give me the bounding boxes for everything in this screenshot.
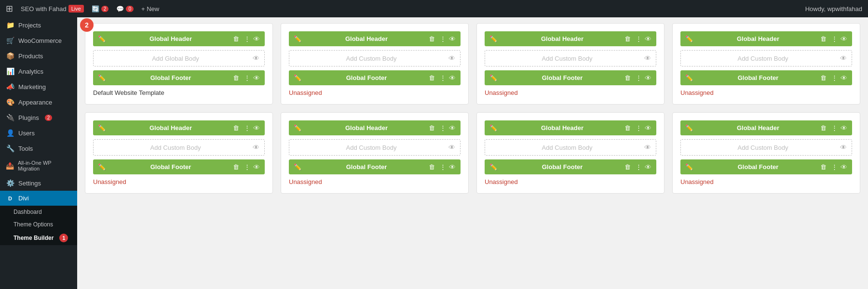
body-eye-5[interactable]: 👁 — [253, 144, 259, 151]
header-eye-2[interactable]: 👁 — [449, 35, 456, 43]
submenu-theme-builder[interactable]: Theme Builder 1 — [0, 231, 77, 245]
sidebar-item-appearance[interactable]: 🎨 Appearance — [0, 94, 77, 110]
body-row-1[interactable]: Add Global Body 👁 — [93, 50, 265, 66]
new-content-item[interactable]: + New — [141, 5, 159, 13]
footer-more-btn-3[interactable]: ⋮ — [635, 73, 643, 82]
sidebar-item-settings[interactable]: ⚙️ Settings — [0, 175, 77, 191]
footer-more-btn-7[interactable]: ⋮ — [635, 162, 643, 171]
sidebar-item-analytics[interactable]: 📊 Analytics — [0, 64, 77, 79]
footer-pencil-icon-2[interactable]: ✏️ — [294, 74, 301, 81]
footer-pencil-icon-5[interactable]: ✏️ — [98, 163, 106, 171]
header-eye-3[interactable]: 👁 — [645, 35, 651, 43]
pencil-icon-7[interactable]: ✏️ — [489, 124, 497, 131]
sidebar-item-allinone[interactable]: 📤 All-in-One WP Migration — [0, 156, 77, 175]
footer-pencil-icon-6[interactable]: ✏️ — [294, 163, 301, 171]
footer-more-btn-5[interactable]: ⋮ — [243, 162, 251, 171]
body-row-6[interactable]: Add Custom Body 👁 — [289, 139, 461, 156]
body-row-5[interactable]: Add Custom Body 👁 — [93, 139, 265, 156]
submenu-theme-options[interactable]: Theme Options — [0, 218, 77, 231]
header-more-btn-4[interactable]: ⋮ — [830, 34, 839, 43]
footer-trash-btn-3[interactable]: 🗑 — [624, 73, 632, 82]
header-more-btn-2[interactable]: ⋮ — [439, 34, 447, 43]
footer-more-btn-1[interactable]: ⋮ — [243, 73, 251, 82]
pencil-icon[interactable]: ✏️ — [98, 35, 106, 42]
site-name[interactable]: SEO with Fahad Live — [21, 5, 84, 13]
pencil-icon-8[interactable]: ✏️ — [685, 124, 693, 131]
header-eye-8[interactable]: 👁 — [841, 124, 847, 132]
header-trash-btn-6[interactable]: 🗑 — [428, 123, 436, 132]
pencil-icon-4[interactable]: ✏️ — [685, 35, 693, 42]
wp-logo[interactable]: ⊞ — [6, 3, 13, 14]
updates-item[interactable]: 🔄 2 — [92, 5, 109, 13]
sidebar-item-projects[interactable]: 📁 Projects — [0, 17, 77, 33]
body-eye-1[interactable]: 👁 — [253, 54, 259, 62]
sidebar-item-tools[interactable]: 🔧 Tools — [0, 141, 77, 156]
footer-more-btn-2[interactable]: ⋮ — [439, 73, 447, 82]
header-eye-5[interactable]: 👁 — [253, 124, 260, 132]
footer-eye-8[interactable]: 👁 — [841, 163, 847, 171]
footer-eye-3[interactable]: 👁 — [645, 74, 651, 82]
body-eye-4[interactable]: 👁 — [840, 54, 847, 62]
body-row-4[interactable]: Add Custom Body 👁 — [680, 50, 852, 66]
comments-item[interactable]: 💬 0 — [116, 5, 134, 13]
footer-eye-1[interactable]: 👁 — [253, 74, 260, 82]
footer-trash-btn-5[interactable]: 🗑 — [232, 162, 240, 171]
header-more-btn-8[interactable]: ⋮ — [830, 123, 839, 132]
sidebar-item-plugins[interactable]: 🔌 Plugins 2 — [0, 110, 77, 125]
body-eye-2[interactable]: 👁 — [448, 54, 455, 62]
footer-eye-5[interactable]: 👁 — [253, 163, 260, 171]
sidebar-item-divi[interactable]: D Divi — [0, 191, 77, 206]
body-eye-8[interactable]: 👁 — [840, 144, 847, 151]
header-more-btn-3[interactable]: ⋮ — [635, 34, 643, 43]
footer-pencil-icon-4[interactable]: ✏️ — [685, 74, 693, 81]
footer-eye-6[interactable]: 👁 — [449, 163, 456, 171]
sidebar-item-marketing[interactable]: 📣 Marketing — [0, 79, 77, 94]
body-eye-6[interactable]: 👁 — [448, 144, 455, 151]
header-eye-1[interactable]: 👁 — [253, 35, 260, 43]
footer-more-btn-4[interactable]: ⋮ — [830, 73, 839, 82]
body-eye-7[interactable]: 👁 — [644, 144, 651, 151]
header-eye-6[interactable]: 👁 — [449, 124, 456, 132]
body-row-7[interactable]: Add Custom Body 👁 — [485, 139, 656, 156]
body-eye-3[interactable]: 👁 — [644, 54, 651, 62]
footer-trash-btn-7[interactable]: 🗑 — [624, 162, 632, 171]
header-eye-4[interactable]: 👁 — [841, 35, 847, 43]
sidebar-item-users[interactable]: 👤 Users — [0, 125, 77, 141]
body-row-8[interactable]: Add Custom Body 👁 — [680, 139, 852, 156]
footer-pencil-icon-1[interactable]: ✏️ — [98, 74, 106, 81]
body-row-3[interactable]: Add Custom Body 👁 — [485, 50, 656, 66]
footer-trash-btn-4[interactable]: 🗑 — [819, 73, 827, 82]
header-more-btn-7[interactable]: ⋮ — [635, 123, 643, 132]
header-eye-7[interactable]: 👁 — [645, 124, 651, 132]
header-more-btn-1[interactable]: ⋮ — [243, 34, 251, 43]
header-trash-btn-1[interactable]: 🗑 — [232, 34, 240, 43]
header-trash-btn-2[interactable]: 🗑 — [428, 34, 436, 43]
footer-trash-btn-2[interactable]: 🗑 — [428, 73, 436, 82]
submenu-dashboard[interactable]: Dashboard — [0, 206, 77, 218]
footer-pencil-icon-7[interactable]: ✏️ — [489, 163, 497, 171]
sidebar-item-woocommerce[interactable]: 🛒 WooCommerce — [0, 33, 77, 48]
footer-eye-2[interactable]: 👁 — [449, 74, 456, 82]
header-more-btn-5[interactable]: ⋮ — [243, 123, 251, 132]
footer-pencil-icon-3[interactable]: ✏️ — [489, 74, 497, 81]
body-row-2[interactable]: Add Custom Body 👁 — [289, 50, 461, 66]
header-trash-btn-5[interactable]: 🗑 — [232, 123, 240, 132]
header-more-btn-6[interactable]: ⋮ — [439, 123, 447, 132]
header-trash-btn-7[interactable]: 🗑 — [624, 123, 632, 132]
footer-eye-4[interactable]: 👁 — [841, 74, 847, 82]
footer-more-btn-8[interactable]: ⋮ — [830, 162, 839, 171]
footer-eye-7[interactable]: 👁 — [645, 163, 651, 171]
footer-trash-btn-8[interactable]: 🗑 — [819, 162, 827, 171]
footer-more-btn-6[interactable]: ⋮ — [439, 162, 447, 171]
footer-trash-btn-6[interactable]: 🗑 — [428, 162, 436, 171]
footer-trash-btn-1[interactable]: 🗑 — [232, 73, 240, 82]
header-trash-btn-4[interactable]: 🗑 — [819, 34, 827, 43]
pencil-icon-6[interactable]: ✏️ — [294, 124, 301, 131]
sidebar-item-products[interactable]: 📦 Products — [0, 48, 77, 64]
pencil-icon-2[interactable]: ✏️ — [294, 35, 301, 42]
footer-pencil-icon-8[interactable]: ✏️ — [685, 163, 693, 171]
pencil-icon-5[interactable]: ✏️ — [98, 124, 106, 131]
pencil-icon-3[interactable]: ✏️ — [489, 35, 497, 42]
header-trash-btn-8[interactable]: 🗑 — [819, 123, 827, 132]
header-trash-btn-3[interactable]: 🗑 — [624, 34, 632, 43]
